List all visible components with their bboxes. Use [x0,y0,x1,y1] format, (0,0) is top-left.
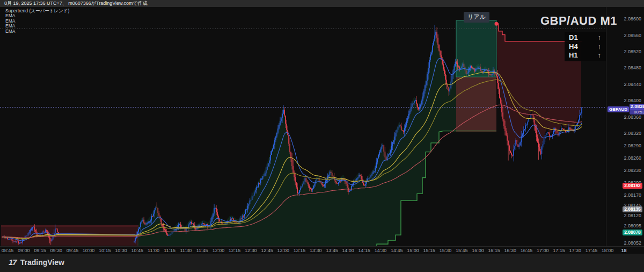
tradingview-brand-text: TradingView [20,258,64,267]
time-tick-label: 10:00 [79,248,98,253]
up-arrow-icon: ↑ [598,42,602,52]
time-tick-label: 15:00 [404,248,422,253]
price-tick-label: 2.08480 [606,65,644,70]
htf-tf-label: H1 [569,51,578,60]
htf-row-d1: D1 ↑ [569,33,601,42]
price-tick-label: 2.08120 [606,213,644,218]
time-tick-label: 13:45 [323,248,341,253]
price-tick-label: 2.08560 [606,33,644,38]
time-tick-label: 14:30 [371,248,390,253]
time-tick-label: 09:00 [14,248,33,253]
htf-tf-label: D1 [569,33,578,42]
price-level-badge: 2.08135 [623,206,642,212]
symbol-tag: GBPAUD [608,106,629,112]
time-tick-label: 12:45 [258,248,276,253]
chart-canvas[interactable] [0,0,606,246]
time-tick-label: 11:15 [160,248,179,253]
time-tick-label: 10:30 [112,248,130,253]
time-tick-label: 09:15 [31,248,49,253]
symbol-watermark-title: GBP/AUD M1 [540,14,617,28]
indicator-legend[interactable]: Supertrend (スーパートレンド) EMA EMA EMA EMA [5,9,69,34]
time-tick-label: 16:30 [501,248,519,253]
price-level-badge: 2.08192 [623,183,642,189]
tradingview-watermark: 17 TradingView [9,257,64,267]
time-axis[interactable]: 08:4509:0009:1509:3009:4510:0010:1510:30… [0,246,644,254]
price-tick-label: 2.08170 [606,192,644,198]
htf-row-h4: H4 ↑ [569,42,601,52]
time-tick-label: 13:15 [290,248,309,253]
time-tick-label: 16:45 [517,248,536,253]
price-tick-label: 2.08052 [606,240,644,246]
time-tick-label: 09:30 [47,248,65,253]
time-tick-label: 13:00 [274,248,292,253]
htf-tf-label: H4 [569,42,578,52]
time-tick-label: 12:30 [241,248,260,253]
price-tick-label: 2.08360 [606,114,644,120]
price-tick-label: 2.08440 [606,82,644,87]
price-tick-label: 2.08400 [606,98,644,103]
time-tick-label: 17:00 [533,248,552,253]
htf-row-h1: H1 ↑ [569,51,601,60]
price-level-badge: 2.08078 [623,230,642,235]
real-text-annotation[interactable]: リアル [464,12,489,23]
export-info-text: 8月 19, 2025 17:36 UTC+7、 m0607366がTradin… [4,1,148,6]
price-tick-label: 2.08260 [606,155,644,161]
time-tick-label: 14:00 [339,248,357,253]
time-tick-label: 10:15 [96,248,114,253]
price-tick-label: 2.08290 [606,143,644,148]
bar-countdown: 00:53 [630,110,644,114]
time-tick-label: 18:00 [598,248,617,253]
time-tick-label: 15:45 [452,248,471,253]
time-tick-label: 17:30 [566,248,584,253]
price-axis[interactable]: 2.086002.085602.085202.084802.084402.084… [606,7,644,246]
up-arrow-icon: ↑ [598,33,602,42]
time-tick-label: 11:45 [193,248,211,253]
time-tick-label: 11:00 [144,248,163,253]
export-info-bar: 8月 19, 2025 17:36 UTC+7、 m0607366がTradin… [0,0,644,7]
up-arrow-icon: ↑ [598,51,602,60]
time-tick-label: 11:30 [177,248,195,253]
current-price-badge: GBPAUD 2.08384 00:53 [608,104,644,114]
time-tick-label: 12:00 [209,248,228,253]
time-tick-label: 13:30 [306,248,325,253]
legend-ema-4[interactable]: EMA [5,29,69,34]
time-tick-label: 10:45 [128,248,147,253]
time-tick-label: 16:00 [469,248,487,253]
price-tick-label: 2.08095 [606,223,644,228]
time-tick-label: 17:45 [582,248,601,253]
time-tick-label: 17:15 [550,248,568,253]
price-tick-label: 2.08230 [606,168,644,173]
time-tick-label: 18 [614,248,633,253]
tradingview-logo-icon: 17 [9,257,17,267]
time-tick-label: 15:15 [420,248,438,253]
htf-trend-panel: D1 ↑ H4 ↑ H1 ↑ [565,32,606,61]
time-tick-label: 14:45 [387,248,406,253]
time-tick-label: 12:15 [225,248,244,253]
bottom-watermark-strip: 17 TradingView [0,254,644,272]
tradingview-chart-screenshot: 8月 19, 2025 17:36 UTC+7、 m0607366がTradin… [0,0,644,272]
time-tick-label: 16:15 [485,248,503,253]
supertrend-flip-dot [495,22,499,26]
position-profit-box [456,20,496,77]
price-tick-label: 2.08320 [606,131,644,136]
time-tick-label: 09:45 [63,248,82,253]
time-tick-label: 15:30 [436,248,455,253]
time-tick-label: 14:15 [355,248,374,253]
price-tick-label: 2.08520 [606,49,644,54]
current-price-value: 2.08384 [630,104,644,110]
